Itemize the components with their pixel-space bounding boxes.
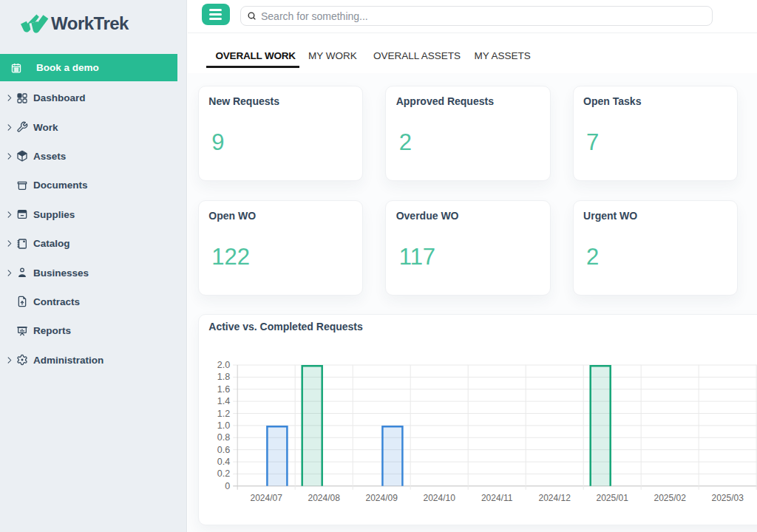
svg-text:2024/08: 2024/08: [308, 493, 340, 503]
svg-text:0.4: 0.4: [217, 457, 230, 467]
svg-text:1.0: 1.0: [217, 420, 230, 431]
svg-text:1.8: 1.8: [217, 372, 230, 382]
svg-text:2024/09: 2024/09: [365, 493, 398, 503]
svg-text:0.8: 0.8: [217, 432, 230, 443]
svg-text:0: 0: [225, 480, 230, 491]
svg-text:2025/02: 2025/02: [654, 493, 686, 503]
svg-text:2024/11: 2024/11: [481, 493, 513, 503]
svg-text:2024/10: 2024/10: [423, 493, 455, 503]
svg-text:2024/12: 2024/12: [538, 493, 571, 503]
svg-text:1.6: 1.6: [217, 383, 230, 394]
svg-text:2024/07: 2024/07: [250, 493, 282, 503]
svg-text:2025/03: 2025/03: [711, 493, 744, 503]
svg-text:1.4: 1.4: [217, 396, 230, 406]
svg-text:0.6: 0.6: [217, 444, 230, 454]
svg-text:1.2: 1.2: [217, 408, 230, 418]
svg-text:0.2: 0.2: [217, 468, 230, 479]
svg-text:2025/01: 2025/01: [596, 493, 628, 503]
svg-text:2.0: 2.0: [217, 360, 230, 370]
